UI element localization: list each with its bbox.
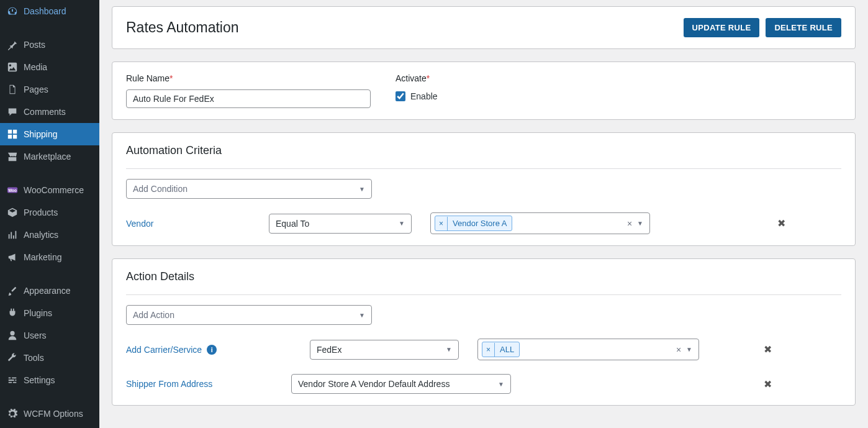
chevron-down-icon: ▼ xyxy=(635,220,646,227)
update-rule-button[interactable]: UPDATE RULE xyxy=(684,18,760,37)
pin-icon xyxy=(6,39,19,51)
sidebar-item-appearance[interactable]: Appearance xyxy=(0,280,99,302)
criteria-title: Automation Criteria xyxy=(126,144,841,157)
chevron-down-icon: ▼ xyxy=(498,381,504,388)
add-condition-placeholder: Add Condition xyxy=(133,184,188,194)
sliders-icon xyxy=(6,374,19,386)
sidebar-item-comments[interactable]: Comments xyxy=(0,101,99,123)
sidebar-item-products[interactable]: Products xyxy=(0,201,99,224)
add-action-select[interactable]: Add Action ▼ xyxy=(126,305,372,325)
carrier-select[interactable]: FedEx ▼ xyxy=(310,340,459,360)
dashboard-icon xyxy=(6,5,19,17)
sidebar-item-label: WCFM Options xyxy=(24,409,83,419)
header-buttons: UPDATE RULE DELETE RULE xyxy=(684,18,841,37)
operator-select[interactable]: Equal To ▼ xyxy=(269,214,412,234)
user-icon xyxy=(6,329,19,342)
chevron-down-icon: ▼ xyxy=(359,312,365,319)
carrier-services-multiselect[interactable]: × ALL × ▼ xyxy=(477,339,699,360)
sidebar-collapse[interactable]: Collapse menu xyxy=(0,425,99,428)
sidebar-item-label: Marketplace xyxy=(24,152,71,162)
chevron-down-icon: ▼ xyxy=(446,346,452,353)
shipper-address-select[interactable]: Vendor Store A Vendor Default Address ▼ xyxy=(291,374,511,394)
divider xyxy=(126,294,841,295)
sidebar-item-label: Shipping xyxy=(24,129,58,139)
shipper-row: Shipper From Address Vendor Store A Vend… xyxy=(126,374,841,394)
chevron-down-icon: ▼ xyxy=(399,220,405,227)
add-action-placeholder: Add Action xyxy=(133,310,174,320)
enable-label: Enable xyxy=(410,91,438,101)
info-icon[interactable]: i xyxy=(207,345,217,355)
svg-text:Woo: Woo xyxy=(8,188,17,193)
criteria-row: Vendor Equal To ▼ × Vendor Store A × ▼ ✖ xyxy=(126,212,841,234)
operator-value: Equal To xyxy=(276,219,309,229)
brush-icon xyxy=(6,285,19,297)
vendor-tag: × Vendor Store A xyxy=(435,216,512,231)
add-condition-select[interactable]: Add Condition ▼ xyxy=(126,179,372,199)
sidebar-item-label: Analytics xyxy=(24,230,58,240)
sidebar-item-dashboard[interactable]: Dashboard xyxy=(0,0,99,22)
sidebar-item-label: Products xyxy=(24,207,58,217)
content-area: Rates Automation UPDATE RULE DELETE RULE… xyxy=(99,0,868,428)
rule-name-input[interactable] xyxy=(126,89,371,108)
service-tag: × ALL xyxy=(482,342,520,357)
enable-checkbox[interactable] xyxy=(396,91,405,101)
tag-label: ALL xyxy=(495,342,519,357)
sidebar-item-label: Posts xyxy=(24,40,45,50)
wrench-icon xyxy=(6,352,19,364)
page-icon xyxy=(6,83,19,96)
clear-icon[interactable]: × xyxy=(674,345,684,355)
sidebar-item-label: WooCommerce xyxy=(24,185,84,195)
woo-icon: Woo xyxy=(6,184,19,196)
carrier-row: Add Carrier/Service i FedEx ▼ × ALL × ▼ … xyxy=(126,339,841,360)
delete-rule-button[interactable]: DELETE RULE xyxy=(766,18,841,37)
comment-icon xyxy=(6,106,19,118)
actions-title: Action Details xyxy=(126,270,841,283)
sidebar-item-marketplace[interactable]: Marketplace xyxy=(0,145,99,168)
sidebar-item-label: Comments xyxy=(24,107,66,117)
sidebar-item-label: Dashboard xyxy=(24,6,66,16)
sidebar-item-shipping[interactable]: Shipping xyxy=(0,123,99,145)
divider xyxy=(126,168,841,169)
vendor-multiselect[interactable]: × Vendor Store A × ▼ xyxy=(430,212,650,234)
remove-tag-icon[interactable]: × xyxy=(482,343,495,357)
megaphone-icon xyxy=(6,251,19,263)
remove-row-icon[interactable]: ✖ xyxy=(764,378,772,390)
criteria-panel: Automation Criteria Add Condition ▼ Vend… xyxy=(112,132,856,246)
clear-icon[interactable]: × xyxy=(625,219,635,229)
sidebar-item-marketing[interactable]: Marketing xyxy=(0,246,99,268)
box-icon xyxy=(6,206,19,219)
sidebar-item-woocommerce[interactable]: Woo WooCommerce xyxy=(0,179,99,201)
sidebar-item-pages[interactable]: Pages xyxy=(0,78,99,101)
sidebar-item-plugins[interactable]: Plugins xyxy=(0,302,99,324)
sidebar-item-label: Appearance xyxy=(24,286,71,296)
sidebar-item-users[interactable]: Users xyxy=(0,324,99,347)
remove-tag-icon[interactable]: × xyxy=(435,217,448,230)
sidebar-item-label: Media xyxy=(24,62,47,72)
shipper-value: Vendor Store A Vendor Default Address xyxy=(298,379,450,389)
svg-rect-0 xyxy=(8,130,12,134)
rule-panel: Rule Name* Activate* Enable xyxy=(112,61,856,120)
store-icon xyxy=(6,150,19,163)
sidebar-item-label: Marketing xyxy=(24,252,61,262)
vendor-label: Vendor xyxy=(126,219,250,229)
page-title: Rates Automation xyxy=(126,19,239,36)
actions-panel: Action Details Add Action ▼ Add Carrier/… xyxy=(112,258,856,406)
sidebar-item-analytics[interactable]: Analytics xyxy=(0,224,99,246)
carrier-value: FedEx xyxy=(317,345,341,355)
rule-name-label: Rule Name* xyxy=(126,73,371,83)
gear-icon xyxy=(6,408,19,420)
svg-rect-2 xyxy=(8,135,12,139)
sidebar-item-media[interactable]: Media xyxy=(0,56,99,78)
sidebar-item-settings[interactable]: Settings xyxy=(0,369,99,391)
sidebar-item-label: Users xyxy=(24,330,47,340)
shipper-label: Shipper From Address xyxy=(126,379,273,389)
sidebar-item-label: Tools xyxy=(24,353,44,363)
sidebar-item-wcfm[interactable]: WCFM Options xyxy=(0,403,99,425)
sidebar-item-tools[interactable]: Tools xyxy=(0,347,99,369)
remove-row-icon[interactable]: ✖ xyxy=(777,217,785,229)
page-header-panel: Rates Automation UPDATE RULE DELETE RULE xyxy=(112,6,856,49)
sidebar-item-label: Settings xyxy=(24,375,55,385)
remove-row-icon[interactable]: ✖ xyxy=(764,344,772,355)
sidebar-item-posts[interactable]: Posts xyxy=(0,34,99,56)
chevron-down-icon: ▼ xyxy=(684,346,695,353)
